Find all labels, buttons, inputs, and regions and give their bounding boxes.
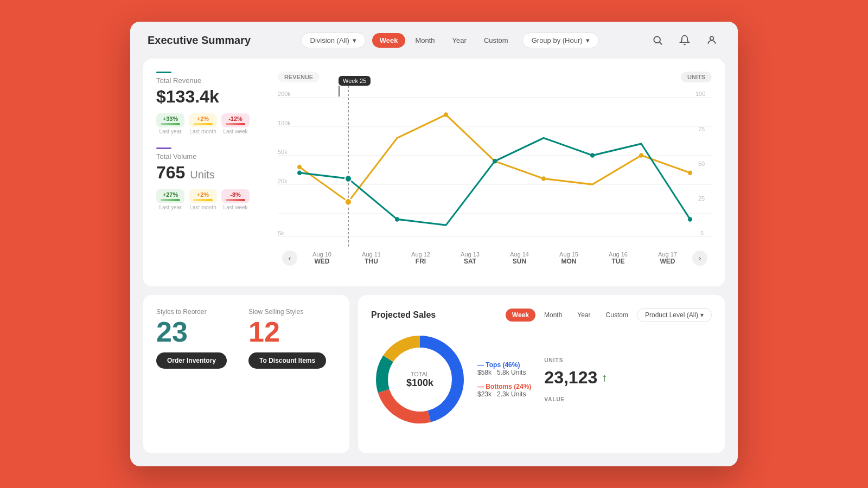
chevron-down-icon: ▾ (700, 311, 704, 319)
volume-label: Total Volume (156, 152, 265, 160)
x-label-6: Aug 16TUE (609, 251, 628, 265)
donut-total-value: $100k (406, 377, 433, 389)
header: Executive Summary Division (All) ▾ Week … (130, 22, 738, 59)
order-inventory-button[interactable]: Order Inventory (156, 352, 227, 369)
svg-point-22 (444, 112, 448, 117)
time-filter-group: Week Month Year Custom (372, 33, 516, 48)
slow-selling-label: Slow Selling Styles (248, 308, 326, 316)
group-by-dropdown[interactable]: Group by (Hour) ▾ (522, 33, 599, 48)
badge-last-week: -12% Last week (221, 113, 250, 134)
svg-point-0 (654, 36, 660, 43)
chart-nav: ‹ Aug 10WED Aug 11THU Aug 12FRI Aug 13SA… (278, 251, 712, 266)
svg-text:200k: 200k (278, 91, 291, 97)
svg-point-28 (493, 159, 497, 164)
svg-text:100k: 100k (278, 120, 291, 126)
header-icons (649, 31, 720, 49)
svg-point-20 (297, 165, 302, 170)
proj-year-btn[interactable]: Year (571, 309, 597, 322)
division-dropdown[interactable]: Division (All) ▾ (301, 33, 366, 48)
legend-bottoms-name: — Bottoms (24%) (477, 383, 531, 390)
x-label-5: Aug 15MON (559, 251, 578, 265)
volume-badge-month: +2% (189, 189, 217, 203)
bottom-row: Styles to Reorder 23 Order Inventory Slo… (143, 295, 725, 453)
chart-prev-button[interactable]: ‹ (282, 251, 297, 266)
svg-text:50: 50 (698, 160, 705, 167)
reorder-header: Styles to Reorder 23 Order Inventory Slo… (156, 308, 336, 369)
svg-point-30 (688, 217, 692, 222)
volume-badges: +27% Last year +2% Last month (156, 189, 265, 210)
units-label: UNITS (544, 357, 712, 363)
revenue-chart-card: Total Revenue $133.4k +33% Last year (143, 59, 725, 286)
legend-bottoms-value: $23k 2.3k Units (477, 390, 531, 398)
chart-next-button[interactable]: › (692, 251, 707, 266)
projected-title: Projected Sales (371, 310, 436, 320)
revenue-badge-week: -12% (221, 113, 250, 127)
units-tag: UNITS (681, 72, 712, 81)
volume-badge-year: +27% (156, 189, 184, 203)
legend-bottoms: — Bottoms (24%) $23k 2.3k Units (477, 383, 531, 398)
svg-point-2 (710, 36, 714, 40)
user-profile-button[interactable] (703, 31, 720, 49)
notification-button[interactable] (676, 31, 693, 49)
mini-bar-month (193, 123, 213, 125)
svg-text:20k: 20k (278, 178, 288, 184)
svg-point-25 (688, 170, 692, 175)
svg-text:75: 75 (698, 125, 705, 132)
revenue-stat: Total Revenue $133.4k +33% Last year (156, 72, 265, 134)
proj-month-btn[interactable]: Month (538, 309, 569, 322)
svg-line-1 (660, 42, 662, 45)
x-label-3: Aug 13SAT (461, 251, 480, 265)
svg-point-33 (345, 175, 352, 182)
projected-time-filters: Week Month Year Custom Product Level (Al… (506, 308, 712, 322)
slow-selling-value: 12 (248, 318, 326, 346)
badge-year-label: Last year (159, 129, 181, 134)
svg-point-24 (639, 153, 643, 158)
revenue-badge-year: +33% (156, 113, 184, 127)
x-label-7: Aug 17WED (658, 251, 677, 265)
chart-area: REVENUE UNITS Week 25 (278, 72, 712, 273)
revenue-chart-tag: REVENUE (278, 72, 320, 82)
svg-point-23 (541, 176, 546, 181)
year-filter-btn[interactable]: Year (445, 33, 474, 48)
discount-items-button[interactable]: To Discount Items (248, 352, 326, 369)
legend-tops: — Tops (46%) $58k 5.8k Units (477, 361, 531, 376)
svg-point-26 (297, 170, 302, 175)
product-level-dropdown[interactable]: Product Level (All) ▾ (637, 308, 712, 322)
app-window: Executive Summary Division (All) ▾ Week … (130, 22, 738, 466)
revenue-chart-svg: 200k 100k 50k 20k 5k 100 75 50 25 5 (278, 86, 712, 248)
stats-panel: Total Revenue $133.4k +33% Last year (156, 72, 265, 273)
legend-tops-value: $58k 5.8k Units (477, 369, 531, 376)
proj-custom-btn[interactable]: Custom (599, 309, 635, 322)
badge-week-label: Last week (223, 129, 247, 134)
styles-reorder: Styles to Reorder 23 Order Inventory (156, 308, 227, 369)
projected-header: Projected Sales Week Month Year Custom P… (371, 308, 712, 322)
projected-content: TOTAL $100k — Tops (46%) $58k 5.8k Units (371, 331, 712, 428)
volume-value: 765 Units (156, 163, 265, 183)
badge-last-month: +2% Last month (189, 113, 217, 134)
chevron-down-icon: ▾ (586, 36, 590, 44)
x-label-0: Aug 10WED (312, 251, 331, 265)
proj-week-btn[interactable]: Week (506, 309, 535, 322)
projected-sales-card: Projected Sales Week Month Year Custom P… (358, 295, 725, 453)
svg-text:5: 5 (700, 230, 704, 236)
custom-filter-btn[interactable]: Custom (476, 33, 516, 48)
main-content: Total Revenue $133.4k +33% Last year (130, 59, 738, 466)
month-filter-btn[interactable]: Month (407, 33, 442, 48)
vol-badge-year: +27% Last year (156, 189, 184, 210)
svg-text:100: 100 (695, 91, 705, 97)
svg-text:25: 25 (698, 195, 705, 202)
mini-bar-year (161, 123, 180, 125)
donut-center: TOTAL $100k (406, 371, 433, 389)
week-filter-btn[interactable]: Week (372, 33, 406, 48)
chart-x-labels: Aug 10WED Aug 11THU Aug 12FRI Aug 13SAT … (297, 251, 692, 265)
search-button[interactable] (649, 31, 666, 49)
units-chart-tag: UNITS (681, 72, 712, 82)
donut-total-label: TOTAL (406, 371, 433, 377)
legend-tops-name: — Tops (46%) (477, 361, 531, 369)
svg-text:50k: 50k (278, 149, 288, 155)
revenue-value: $133.4k (156, 87, 265, 107)
units-value: 23,123 ↑ (544, 368, 712, 388)
vol-badge-week: -8% Last week (221, 189, 250, 210)
value-label: VALUE (544, 396, 712, 402)
x-label-1: Aug 11THU (362, 251, 381, 265)
